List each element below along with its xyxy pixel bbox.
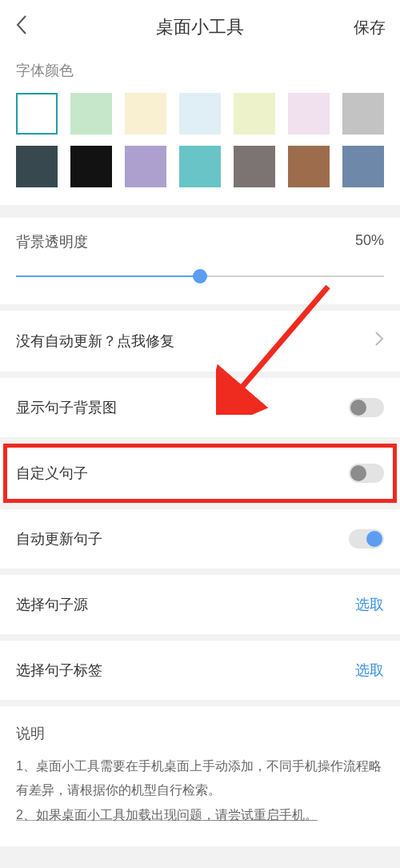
separator [0, 634, 400, 641]
tags-select[interactable]: 选取 [355, 661, 384, 680]
color-swatch[interactable] [342, 93, 384, 135]
separator [0, 205, 400, 218]
separator [0, 304, 400, 311]
instructions-section: 说明 1、桌面小工具需要在手机桌面上手动添加，不同手机操作流程略有差异，请根据你… [0, 706, 400, 846]
chevron-right-icon [374, 331, 384, 352]
color-swatch[interactable] [125, 93, 166, 135]
auto-update-toggle[interactable] [349, 529, 384, 549]
save-button[interactable]: 保存 [354, 17, 386, 38]
auto-update-label: 自动更新句子 [16, 529, 102, 549]
separator [0, 372, 400, 378]
font-color-label: 字体颜色 [0, 54, 400, 86]
font-color-section: 字体颜色 [0, 54, 400, 205]
color-swatch[interactable] [16, 146, 58, 187]
chevron-left-icon [14, 14, 29, 36]
show-bg-label: 显示句子背景图 [16, 398, 117, 417]
separator [0, 503, 400, 509]
color-swatch[interactable] [288, 146, 330, 187]
color-swatch[interactable] [125, 146, 166, 187]
instructions-body: 1、桌面小工具需要在手机桌面上手动添加，不同手机操作流程略有差异，请根据你的机型… [0, 754, 400, 846]
color-swatch[interactable] [288, 93, 330, 135]
tags-row[interactable]: 选择句子标签 选取 [0, 641, 400, 700]
opacity-section: 背景透明度 50% [0, 218, 400, 304]
custom-label: 自定义句子 [16, 464, 88, 483]
repair-label: 没有自动更新？点我修复 [16, 332, 174, 351]
instructions-title: 说明 [0, 706, 400, 754]
source-row[interactable]: 选择句子源 选取 [0, 575, 400, 634]
toggle-knob [366, 531, 382, 547]
slider-thumb[interactable] [193, 269, 207, 283]
color-swatch[interactable] [16, 93, 58, 135]
color-swatch[interactable] [179, 93, 221, 135]
custom-toggle[interactable] [349, 464, 384, 483]
color-swatch[interactable] [234, 93, 275, 135]
instruction-line-1: 1、桌面小工具需要在手机桌面上手动添加，不同手机操作流程略有差异，请根据你的机型… [16, 754, 384, 803]
color-swatch[interactable] [342, 146, 384, 187]
opacity-slider[interactable] [16, 269, 384, 283]
page-title: 桌面小工具 [0, 15, 400, 39]
source-label: 选择句子源 [16, 595, 88, 614]
source-select[interactable]: 选取 [355, 595, 384, 614]
separator [0, 569, 400, 575]
color-swatch[interactable] [234, 146, 275, 187]
color-swatch[interactable] [70, 146, 112, 187]
back-button[interactable] [14, 14, 38, 42]
auto-update-row: 自动更新句子 [0, 509, 400, 569]
color-swatch[interactable] [70, 93, 112, 135]
color-swatch[interactable] [179, 146, 221, 187]
tags-label: 选择句子标签 [16, 661, 102, 680]
separator [0, 437, 400, 444]
instruction-line-2: 2、如果桌面小工具加载出现问题，请尝试重启手机。 [16, 803, 384, 827]
separator [0, 700, 400, 706]
show-bg-row: 显示句子背景图 [0, 378, 400, 437]
highlight-box: 自定义句子 [0, 444, 400, 503]
repair-row[interactable]: 没有自动更新？点我修复 [0, 311, 400, 372]
toggle-knob [350, 400, 366, 416]
slider-fill [16, 275, 200, 277]
show-bg-toggle[interactable] [349, 398, 384, 417]
color-grid [0, 86, 400, 205]
header: 桌面小工具 保存 [0, 0, 400, 54]
opacity-label: 背景透明度 [16, 232, 88, 251]
custom-row: 自定义句子 [0, 444, 400, 503]
opacity-value: 50% [355, 232, 384, 251]
toggle-knob [350, 465, 366, 481]
